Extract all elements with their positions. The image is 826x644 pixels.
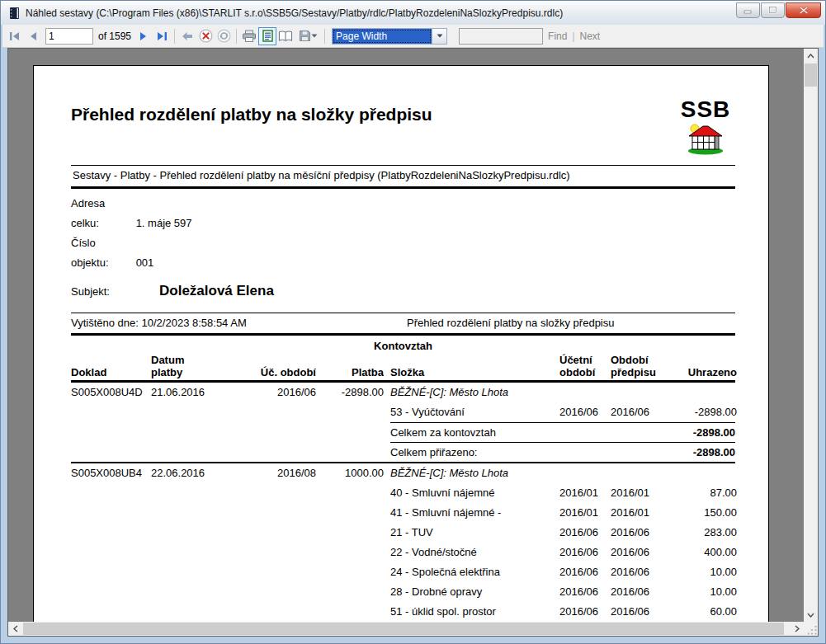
ssb-logo: SSB [676, 97, 735, 157]
toolbar-separator [324, 29, 325, 44]
uc-obdobi-cell: 2016/06 [224, 383, 316, 402]
slozka-cell: 53 - Vyúčtování [384, 402, 558, 422]
platba-cell [316, 602, 384, 622]
scroll-down-button[interactable] [804, 608, 818, 622]
toolbar-separator [174, 29, 175, 44]
report-preview-window: Náhled sestavy (C:\Program Files (x86)\S… [0, 0, 826, 644]
ucetni-obdobi-cell: 2016/01 [558, 483, 607, 503]
printed-on-value: 10/2/2023 8:58:54 AM [142, 317, 247, 329]
doklad-cell [71, 483, 151, 503]
ucetni-obdobi-cell: 2016/01 [558, 503, 607, 523]
uc-obdobi-cell [224, 503, 316, 523]
vertical-scrollbar-thumb[interactable] [805, 63, 817, 87]
export-button[interactable] [295, 27, 321, 45]
cislo-objektu-label: Číslo objektu: [71, 233, 133, 273]
close-button[interactable] [786, 2, 821, 18]
datum-platby-cell [151, 402, 224, 422]
refresh-button[interactable] [215, 27, 233, 45]
obdobi-predpisu-cell: 2016/06 [607, 543, 661, 562]
report-breadcrumb: Sestavy - Platby - Přehled rozdělení pla… [71, 165, 735, 189]
ucetni-obdobi-cell [558, 383, 607, 402]
resize-grip[interactable] [804, 622, 818, 636]
minimize-button[interactable] [736, 2, 760, 18]
export-caret-icon [311, 34, 318, 38]
scroll-right-button[interactable] [790, 622, 804, 636]
page-number-input[interactable] [45, 28, 93, 45]
find-text-input[interactable] [459, 28, 543, 45]
column-header: Účetníobdobí [558, 354, 607, 378]
uhrazeno-cell: 60.00 [661, 602, 737, 622]
platba-cell [316, 562, 384, 582]
back-to-parent-button[interactable] [178, 27, 196, 45]
datum-platby-cell: 22.06.2016 [151, 463, 224, 483]
stop-rendering-button[interactable] [196, 27, 215, 45]
window-icon[interactable] [7, 7, 21, 20]
printed-on-row: Vytištěno dne: 10/2/2023 8:58:54 AM Přeh… [71, 313, 735, 336]
doklad-cell [71, 582, 151, 602]
ucetni-obdobi-cell: 2016/06 [558, 402, 607, 422]
zoom-select-caret[interactable] [432, 29, 446, 44]
column-header: Platba [316, 354, 384, 378]
print-button[interactable] [240, 27, 258, 45]
datum-platby-cell [151, 523, 224, 543]
ucetni-obdobi-cell: 2016/06 [558, 582, 607, 602]
doklad-cell: S005X008UB4 [71, 463, 151, 483]
table-row-detail: 40 - Smluvní nájemné2016/012016/0187.00 [71, 483, 735, 503]
slozka-cell: 28 - Drobné opravy [384, 582, 558, 602]
table-row-master: S005X008UB422.06.20162016/081000.00BĚŽNÉ… [71, 463, 735, 483]
zoom-select[interactable]: Page Width [332, 28, 447, 45]
next-page-button[interactable] [135, 27, 153, 45]
vertical-scrollbar[interactable] [804, 49, 818, 622]
celkem-za-kontovztah-row-value: -2898.00 [693, 423, 735, 442]
celkem-prirazeno-row-value: -2898.00 [693, 443, 735, 462]
datum-platby-cell [151, 483, 224, 503]
printed-on-label: Vytištěno dne: [71, 317, 139, 329]
toolbar-separator [236, 29, 237, 44]
find-button[interactable]: Find [543, 31, 572, 42]
datum-platby-cell [151, 562, 224, 582]
find-next-button[interactable]: Next [575, 31, 606, 42]
print-layout-toggle[interactable] [258, 27, 276, 45]
platba-cell [316, 402, 384, 422]
table-row-master: S005X008U4D21.06.20162016/06-2898.00BĚŽN… [71, 383, 735, 402]
obdobi-predpisu-cell [607, 463, 661, 483]
slozka-cell: 24 - Společná elektřina [384, 562, 558, 582]
horizontal-scrollbar-thumb[interactable] [23, 623, 784, 635]
table-row-detail: 24 - Společná elektřina2016/062016/0610.… [71, 562, 735, 582]
uhrazeno-cell: 150.00 [661, 503, 737, 523]
celkem-prirazeno-row-label: Celkem přiřazeno: [390, 443, 478, 462]
uhrazeno-cell: 87.00 [661, 483, 737, 503]
report-canvas: Přehled rozdělení platby na složky předp… [8, 49, 804, 622]
page-count-label: of 1595 [98, 31, 131, 42]
datum-platby-cell [151, 602, 224, 622]
maximize-button[interactable] [761, 2, 785, 18]
doklad-cell: S005X008U4D [71, 383, 151, 402]
table-body: S005X008U4D21.06.20162016/06-2898.00BĚŽN… [71, 383, 735, 622]
obdobi-predpisu-cell: 2016/06 [607, 582, 661, 602]
horizontal-scrollbar[interactable] [8, 622, 804, 636]
table-row-detail: 22 - Vodné/stočné2016/062016/06400.00 [71, 543, 735, 562]
obdobi-predpisu-cell [607, 383, 661, 402]
slozka-cell: 40 - Smluvní nájemné [384, 483, 558, 503]
celkem-za-kontovztah-row-label: Celkem za kontovztah [390, 423, 496, 442]
kontovztah-header: Kontovztah [71, 339, 735, 354]
uc-obdobi-cell [224, 543, 316, 562]
previous-page-button[interactable] [24, 27, 42, 45]
doklad-cell [71, 503, 151, 523]
ucetni-obdobi-cell: 2016/06 [558, 543, 607, 562]
table-row-detail: 41 - Smluvní nájemné -2016/012016/01150.… [71, 503, 735, 523]
ucetni-obdobi-cell: 2016/06 [558, 562, 607, 582]
titlebar: Náhled sestavy (C:\Program Files (x86)\S… [1, 1, 825, 25]
page-setup-button[interactable] [276, 27, 295, 45]
scroll-left-button[interactable] [8, 622, 22, 636]
column-header: Doklad [71, 354, 151, 378]
zoom-select-value: Page Width [333, 29, 432, 44]
uc-obdobi-cell [224, 483, 316, 503]
kontovztah-name-cell: BĚŽNÉ-[C]: Město Lhota [384, 463, 558, 483]
scroll-up-button[interactable] [804, 49, 818, 63]
subjekt-label: Subjekt: [71, 285, 159, 298]
first-page-button[interactable] [6, 27, 24, 45]
uc-obdobi-cell [224, 523, 316, 543]
last-page-button[interactable] [153, 27, 171, 45]
column-header: Složka [384, 354, 558, 378]
